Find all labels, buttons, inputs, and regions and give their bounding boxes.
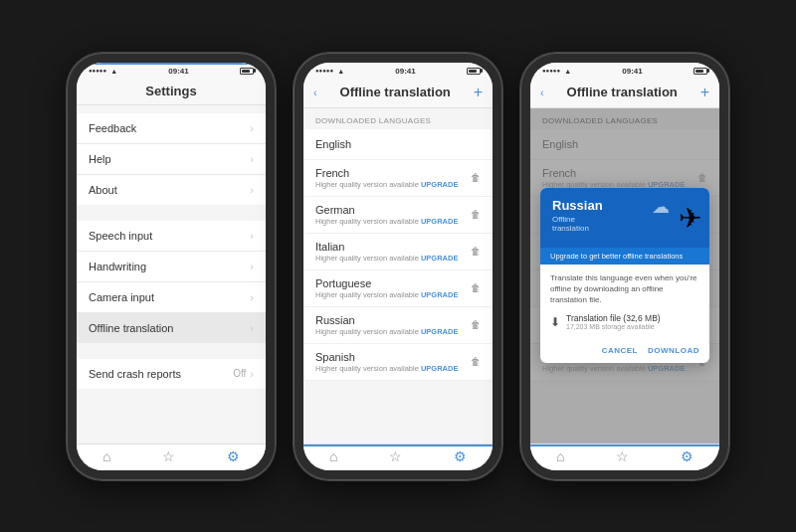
status-right xyxy=(694,68,707,75)
wifi-icon: ▲ xyxy=(110,68,117,75)
settings-section-1: Feedback › Help › About › xyxy=(77,113,266,205)
status-bar: ●●●●● ▲ 09:41 xyxy=(303,63,493,78)
chevron-icon: › xyxy=(250,122,254,134)
add-button[interactable]: + xyxy=(474,84,483,101)
tab-home[interactable]: ⌂ xyxy=(556,448,564,464)
add-button[interactable]: + xyxy=(700,84,709,101)
star-icon: ☆ xyxy=(616,448,629,464)
status-left: ●●●●● ▲ xyxy=(542,68,571,75)
popup-upgrade-banner: Upgrade to get better offline translatio… xyxy=(540,248,709,265)
screen-content: Downloaded languages English French High… xyxy=(303,108,493,443)
time-display: 09:41 xyxy=(395,67,415,76)
star-icon: ☆ xyxy=(389,448,402,464)
popup-actions: CANCEL DOWNLOAD xyxy=(540,340,709,363)
status-right xyxy=(467,68,481,75)
settings-speech[interactable]: Speech input › xyxy=(77,221,266,252)
list-item: Portuguese Higher quality version availa… xyxy=(303,270,493,307)
popup-body: Translate this language even when you're… xyxy=(540,265,709,341)
cloud-icon: ☁ xyxy=(652,196,670,218)
wifi-icon: ▲ xyxy=(337,68,344,75)
phone-screen: ●●●●● ▲ 09:41 Settings Fee xyxy=(77,63,266,470)
download-icon: ⬇ xyxy=(550,315,560,329)
tab-bar: ⌂ ☆ ⚙ xyxy=(77,443,266,470)
lang-info: German Higher quality version available … xyxy=(315,204,465,226)
tab-favorites[interactable]: ☆ xyxy=(616,448,629,464)
settings-camera[interactable]: Camera input › xyxy=(77,282,266,313)
settings-about[interactable]: About › xyxy=(77,175,266,205)
tab-bar: ⌂ ☆ ⚙ xyxy=(530,443,719,470)
chevron-icon: › xyxy=(250,291,254,303)
popup-overlay: Russian Offlinetranslation ☁ ✈ Upgrade t… xyxy=(530,108,719,443)
delete-icon[interactable]: 🗑 xyxy=(471,282,481,293)
wifi-icon: ▲ xyxy=(564,68,571,75)
tab-settings[interactable]: ⚙ xyxy=(227,448,240,464)
gear-icon: ⚙ xyxy=(227,448,240,464)
chevron-icon: › xyxy=(250,230,254,242)
file-info: Translation file (32,6 MB) 17,203 MB sto… xyxy=(566,313,661,330)
tab-favorites[interactable]: ☆ xyxy=(162,448,175,464)
gear-icon: ⚙ xyxy=(681,448,694,464)
signal-text: ●●●●● xyxy=(315,68,333,74)
battery-icon xyxy=(694,68,707,75)
delete-icon[interactable]: 🗑 xyxy=(471,246,481,257)
tab-settings[interactable]: ⚙ xyxy=(454,448,467,464)
phone-screen: ●●●●● ▲ 09:41 ‹ Offline translation + Do… xyxy=(303,63,493,470)
screen-content: Feedback › Help › About › xyxy=(77,105,266,443)
settings-section-3: Send crash reports Off › xyxy=(77,359,266,389)
battery-icon xyxy=(467,68,481,75)
gear-icon: ⚙ xyxy=(454,448,467,464)
language-english[interactable]: English xyxy=(303,129,493,160)
tab-bar: ⌂ ☆ ⚙ xyxy=(303,443,493,470)
battery-icon xyxy=(240,68,254,75)
list-item: German Higher quality version available … xyxy=(303,197,493,234)
chevron-icon: › xyxy=(250,322,254,334)
star-icon: ☆ xyxy=(162,448,175,464)
lang-info: Portuguese Higher quality version availa… xyxy=(315,277,465,299)
status-left: ●●●●● ▲ xyxy=(89,68,117,75)
phones-container: ●●●●● ▲ 09:41 Settings Fee xyxy=(47,33,749,500)
screen-content: Downloaded languages English French High… xyxy=(530,108,719,443)
delete-icon[interactable]: 🗑 xyxy=(471,172,481,183)
lang-info: Italian Higher quality version available… xyxy=(315,241,465,263)
page-title: Offline translation xyxy=(317,85,474,99)
delete-icon[interactable]: 🗑 xyxy=(471,209,481,220)
page-title: Settings xyxy=(116,84,226,98)
cancel-button[interactable]: CANCEL xyxy=(602,346,638,355)
phone-settings: ●●●●● ▲ 09:41 Settings Fee xyxy=(67,53,276,480)
chevron-icon: › xyxy=(250,368,254,380)
tab-settings[interactable]: ⚙ xyxy=(681,448,694,464)
tab-favorites[interactable]: ☆ xyxy=(389,448,402,464)
list-item: Spanish Higher quality version available… xyxy=(303,344,493,381)
time-display: 09:41 xyxy=(168,67,188,76)
settings-feedback[interactable]: Feedback › xyxy=(77,113,266,144)
lang-info: Russian Higher quality version available… xyxy=(315,314,465,336)
popup-header: Russian Offlinetranslation ☁ ✈ xyxy=(540,188,709,248)
chevron-icon: › xyxy=(250,184,254,196)
settings-handwriting[interactable]: Handwriting › xyxy=(77,252,266,282)
settings-offline[interactable]: Offline translation › xyxy=(77,313,266,343)
list-item: French Higher quality version available … xyxy=(303,160,493,197)
language-list: French Higher quality version available … xyxy=(303,160,493,381)
list-item: Russian Higher quality version available… xyxy=(303,307,493,344)
tab-home[interactable]: ⌂ xyxy=(329,448,337,464)
tab-home[interactable]: ⌂ xyxy=(102,448,110,464)
lang-info: French Higher quality version available … xyxy=(315,167,465,189)
nav-bar: ‹ Offline translation + xyxy=(303,78,493,108)
settings-help[interactable]: Help › xyxy=(77,144,266,175)
home-icon: ⌂ xyxy=(556,448,564,464)
delete-icon[interactable]: 🗑 xyxy=(471,319,481,330)
settings-crash[interactable]: Send crash reports Off › xyxy=(77,359,266,389)
status-bar: ●●●●● ▲ 09:41 xyxy=(77,63,266,78)
home-icon: ⌂ xyxy=(102,448,110,464)
signal-text: ●●●●● xyxy=(89,68,106,74)
status-bar: ●●●●● ▲ 09:41 xyxy=(530,63,719,78)
delete-icon[interactable]: 🗑 xyxy=(471,356,481,367)
plane-icon: ✈ xyxy=(679,201,701,234)
phone-offline: ●●●●● ▲ 09:41 ‹ Offline translation + Do… xyxy=(294,53,502,480)
lang-info: Spanish Higher quality version available… xyxy=(315,351,465,373)
settings-section-2: Speech input › Handwriting › Camera inpu… xyxy=(77,221,266,343)
time-display: 09:41 xyxy=(622,67,642,76)
chevron-icon: › xyxy=(250,153,254,165)
download-button[interactable]: DOWNLOAD xyxy=(648,346,699,355)
section-header: Downloaded languages xyxy=(303,108,493,129)
